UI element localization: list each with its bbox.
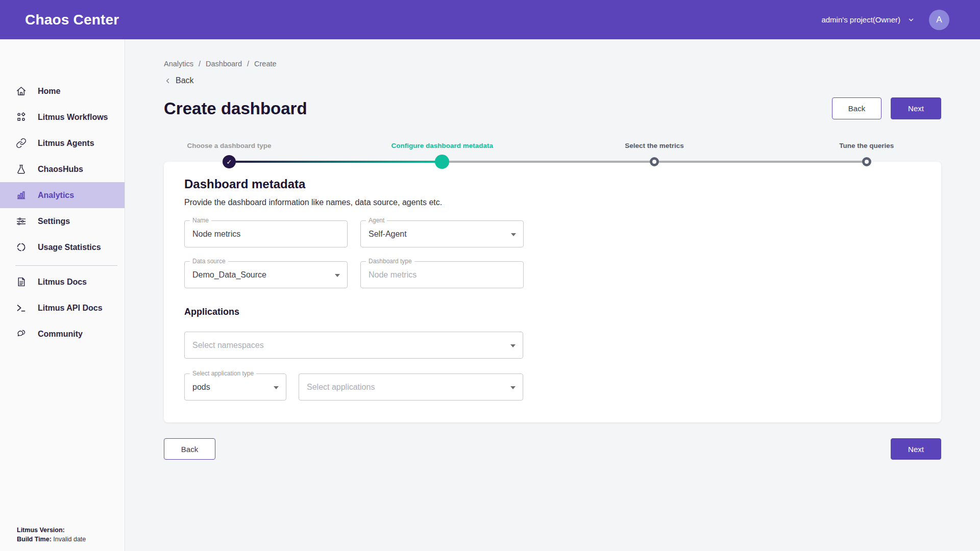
bar-chart-icon [15,190,27,201]
dropdown-arrow-icon [510,386,516,389]
sidebar-item-label: Litmus Docs [38,278,87,287]
back-button-top[interactable]: Back [832,97,881,119]
flask-icon [15,164,27,175]
application-type-value: pods [192,383,210,392]
sidebar-item-home[interactable]: Home [0,78,125,104]
name-field-label: Name [190,217,211,224]
app-header: Chaos Center admin's project(Owner) A [0,0,980,39]
name-input[interactable] [192,230,339,239]
workflows-icon [15,112,27,123]
agent-select-value: Self-Agent [369,230,407,239]
breadcrumb: Analytics / Dashboard / Create [164,60,941,68]
back-link[interactable]: Back [164,76,205,85]
stepper-connector-1 [229,161,442,163]
home-icon [15,86,27,97]
sidebar-item-label: Litmus Workflows [38,113,108,122]
back-link-label: Back [176,76,194,85]
sidebar-item-label: Analytics [38,191,74,200]
next-button-top[interactable]: Next [891,97,941,119]
back-button-bottom[interactable]: Back [164,438,215,460]
sidebar-item-label: Community [38,330,83,339]
sidebar-item-litmus-docs[interactable]: Litmus Docs [0,269,125,295]
dashboard-type-label: Dashboard type [366,258,414,265]
sidebar-item-label: Home [38,87,60,96]
step-dot-active [435,155,449,169]
build-time-label: Build Time: [17,536,52,543]
dashboard-type-field[interactable]: Dashboard type [360,261,524,288]
usage-statistics-icon [15,242,27,253]
dropdown-arrow-icon [335,274,340,277]
chevron-left-icon [164,77,172,85]
document-icon [15,277,27,288]
step-dot-pending [862,157,871,166]
data-source-label: Data source [190,258,228,265]
form-heading: Dashboard metadata [184,177,921,191]
application-type-label: Select application type [190,370,256,377]
name-field[interactable]: Name [184,220,348,247]
sidebar-item-usage-statistics[interactable]: Usage Statistics [0,234,125,260]
stepper: Choose a dashboard type Configure dashbo… [164,142,941,151]
project-label: admin's project(Owner) [821,15,900,24]
step-label-configure-dashboard-metadata: Configure dashboard metadata [391,142,493,149]
applications-select[interactable]: Select applications [299,373,523,400]
agent-select-label: Agent [366,217,387,224]
step-label-select-the-metrics: Select the metrics [625,142,684,149]
stepper-track: ✓ [164,155,941,169]
step-dot-pending [650,157,659,166]
agent-select[interactable]: Agent Self-Agent [360,220,524,247]
dropdown-arrow-icon [510,344,516,347]
breadcrumb-create[interactable]: Create [254,60,277,68]
breadcrumb-separator: / [247,60,249,68]
step-label-choose-dashboard-type: Choose a dashboard type [187,142,271,149]
avatar[interactable]: A [929,10,949,30]
breadcrumb-analytics[interactable]: Analytics [164,60,193,68]
sidebar-item-label: Litmus Agents [38,139,94,148]
sidebar-item-label: Settings [38,217,70,226]
stepper-connector-2 [442,161,654,163]
sidebar-item-label: ChaosHubs [38,165,83,174]
sidebar: Home Litmus Workflows Litmus Agents Chao… [0,39,125,551]
link-icon [15,138,27,149]
sidebar-item-community[interactable]: Community [0,321,125,347]
breadcrumb-dashboard[interactable]: Dashboard [206,60,242,68]
namespaces-select[interactable]: Select namespaces [184,332,523,359]
community-icon [15,329,27,340]
terminal-icon [15,303,27,314]
data-source-select[interactable]: Data source Demo_Data_Source [184,261,348,288]
version-label: Litmus Version: [17,527,65,534]
step-dot-completed: ✓ [223,155,236,168]
dashboard-type-input[interactable] [369,270,516,280]
applications-placeholder: Select applications [307,383,375,392]
sidebar-item-litmus-api-docs[interactable]: Litmus API Docs [0,295,125,321]
namespaces-placeholder: Select namespaces [192,341,264,350]
breadcrumb-separator: / [199,60,201,68]
build-time-value: Invalid date [53,536,86,543]
dashboard-metadata-card: ✓ Dashboard metadata Provide the dashboa… [164,162,941,422]
sidebar-item-litmus-workflows[interactable]: Litmus Workflows [0,104,125,130]
form-subheading: Provide the dashboard information like n… [184,198,921,207]
application-type-select[interactable]: Select application type pods [184,373,286,400]
sidebar-item-analytics[interactable]: Analytics [0,182,125,208]
sliders-icon [15,216,27,227]
sidebar-item-label: Litmus API Docs [38,304,103,313]
stepper-connector-3 [654,161,867,163]
sidebar-item-settings[interactable]: Settings [0,208,125,234]
sidebar-divider [15,265,117,266]
sidebar-item-litmus-agents[interactable]: Litmus Agents [0,130,125,156]
data-source-value: Demo_Data_Source [192,270,266,280]
step-label-tune-the-queries: Tune the queries [839,142,894,149]
project-selector[interactable]: admin's project(Owner) [821,15,915,24]
page-title: Create dashboard [164,99,307,118]
applications-heading: Applications [184,307,921,317]
dropdown-arrow-icon [274,386,279,389]
dropdown-arrow-icon [511,233,516,236]
next-button-bottom[interactable]: Next [891,438,941,460]
version-info: Litmus Version: Build Time: Invalid date [17,525,86,544]
chevron-down-icon [908,16,915,23]
app-title: Chaos Center [25,12,119,28]
sidebar-item-label: Usage Statistics [38,243,101,252]
sidebar-item-chaoshubs[interactable]: ChaosHubs [0,156,125,182]
main-content: Analytics / Dashboard / Create Back Crea… [125,39,980,551]
